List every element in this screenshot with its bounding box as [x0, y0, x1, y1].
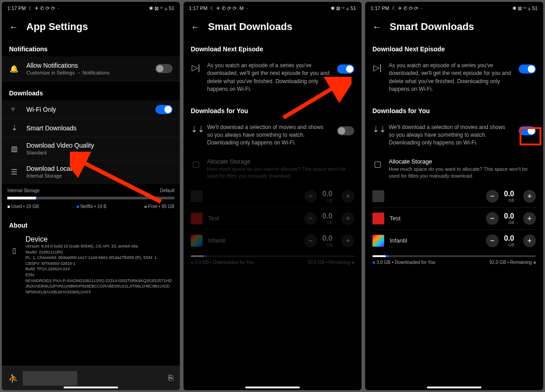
status-right-icons: ✱ ⊠ ⌔ ⏚ 51	[331, 6, 356, 11]
vq-label: Download Video Quality	[26, 142, 173, 149]
row-wifi-only[interactable]: ᯤ Wi-Fi Only	[2, 100, 180, 119]
status-time: 1:17 PM	[371, 5, 389, 11]
storage-bar	[7, 197, 174, 199]
wifi-icon: ᯤ	[9, 105, 19, 114]
avatar-infantil	[372, 235, 384, 247]
toggle-downloads-for-you[interactable]	[519, 126, 536, 135]
signout-icon[interactable]: ⎘	[168, 373, 173, 383]
gb-unit-3: GB	[504, 243, 514, 247]
profile-row-3: Infantil − 0.0GB +	[365, 230, 543, 252]
allocate-icon: ▢	[372, 159, 382, 169]
decrease-button[interactable]: −	[486, 234, 499, 247]
toggle-download-next-episode[interactable]	[519, 65, 536, 74]
storage-legend: Used • 19 GB Netflix • 19 B Free • 95 GB	[2, 202, 180, 213]
toggle-download-next-episode[interactable]	[337, 65, 354, 74]
increase-button[interactable]: +	[342, 234, 354, 247]
next-episode-icon: ▷|	[372, 63, 382, 73]
quality-icon: ▥	[9, 144, 19, 153]
downloads-for-you-icon: ⇣⇣	[191, 124, 201, 134]
alloc-title: Allocate Storage	[207, 158, 354, 165]
gb-unit-1: GB	[322, 198, 332, 203]
prog-left: 3.0 GB • Downloaded for You	[372, 260, 436, 265]
back-icon[interactable]: ←	[191, 22, 200, 32]
profile-row-2: Test − 0.0GB +	[365, 208, 543, 229]
increase-button[interactable]: +	[342, 190, 354, 203]
status-more-icon: ·	[421, 6, 422, 11]
profile-row-1: − 0.0GB +	[183, 185, 362, 207]
allocate-storage-block: ▢ Allocate Storage How much space do you…	[365, 153, 543, 269]
status-bar: 1:17 PM ☾ ✈ ✆ ⟳ ⟳ M · ✱ ⊠ ⌔ ⏚ 51	[183, 2, 362, 15]
decrease-button[interactable]: −	[486, 190, 499, 203]
nav-pill[interactable]	[64, 387, 118, 388]
avatar-blank	[191, 190, 203, 202]
toggle-downloads-for-you[interactable]	[337, 126, 354, 135]
allocate-storage-block-disabled: ▢ Allocate Storage How much space do you…	[183, 153, 362, 269]
storage-progress	[191, 255, 354, 257]
profile-icon[interactable]: ⛹	[8, 373, 18, 383]
row-download-next-episode: ▷| As you watch an episode of a series y…	[183, 56, 362, 99]
back-icon[interactable]: ←	[9, 22, 18, 32]
toggle-wifi-only[interactable]	[155, 105, 173, 114]
section-dfy: Downloads for You	[183, 99, 362, 118]
decrease-button[interactable]: −	[486, 212, 499, 225]
profile-name-3: Infantil	[390, 237, 481, 244]
decrease-button[interactable]: −	[304, 234, 317, 247]
header: ← Smart Downloads	[183, 15, 362, 37]
header: ← App Settings	[2, 15, 180, 37]
section-about: About	[2, 213, 180, 233]
status-left-icons: ☾ ✈ ✆ ⟳ ⟳	[210, 6, 237, 11]
vq-sub: Standard	[26, 150, 173, 155]
legend-used: Used • 19 GB	[7, 204, 39, 209]
row-allow-notifications[interactable]: 🔔 Allow Notifications Customize in Setti…	[2, 56, 180, 81]
section-dne: Download Next Episode	[365, 37, 543, 56]
gb-unit-1: GB	[504, 198, 514, 203]
phone-icon: ▯	[9, 246, 19, 255]
alloc-desc: How much space do you want to allocate? …	[389, 166, 536, 180]
prog-left: 3.0 GB • Downloaded for You	[191, 260, 254, 265]
dfy-desc: We'll download a selection of movies and…	[207, 124, 331, 147]
page-title: Smart Downloads	[390, 21, 474, 33]
gb-unit-2: GB	[504, 220, 514, 225]
status-time: 1:17 PM	[7, 5, 26, 11]
increase-button[interactable]: +	[523, 190, 536, 203]
row-download-next-episode: ▷| As you watch an episode of a series y…	[365, 56, 543, 99]
increase-button[interactable]: +	[342, 212, 354, 225]
allocate-icon: ▢	[191, 159, 201, 169]
toggle-notifications[interactable]	[155, 64, 173, 73]
header: ← Smart Downloads	[365, 15, 543, 37]
phone-smart-downloads-off: 1:17 PM ☾ ✈ ✆ ⟳ ⟳ M · ✱ ⊠ ⌔ ⏚ 51 ← Smart…	[183, 2, 362, 390]
prog-right: 92.0 GB • Remaining	[490, 260, 536, 265]
row-smart-downloads[interactable]: ⇣ Smart Downloads	[2, 119, 180, 137]
dne-desc: As you watch an episode of a series you'…	[207, 62, 331, 94]
profile-slot[interactable]	[23, 371, 77, 386]
storage-header: Internal Storage Default	[2, 184, 180, 194]
decrease-button[interactable]: −	[304, 212, 317, 225]
back-icon[interactable]: ←	[372, 22, 382, 32]
next-episode-icon: ▷|	[191, 63, 201, 73]
section-dfy: Downloads for You	[365, 99, 543, 118]
decrease-button[interactable]: −	[304, 190, 317, 203]
row-allocate-storage: ▢ Allocate Storage How much space do you…	[183, 153, 362, 185]
smart-label: Smart Downloads	[26, 124, 173, 132]
increase-button[interactable]: +	[523, 234, 536, 247]
gb-val-2: 0.0	[322, 212, 332, 220]
avatar-infantil	[191, 235, 203, 247]
notif-sub: Customize in Settings → Notifications	[26, 70, 148, 75]
prog-right: 92.0 GB • Remaining	[308, 260, 354, 265]
profile-row-1: − 0.0GB +	[365, 185, 543, 207]
row-download-location[interactable]: ☰ Download Location Internal Storage	[2, 160, 180, 184]
row-video-quality[interactable]: ▥ Download Video Quality Standard	[2, 137, 180, 160]
alloc-title: Allocate Storage	[389, 158, 536, 165]
notif-label: Allow Notifications	[26, 62, 148, 69]
nav-pill[interactable]	[427, 387, 481, 388]
increase-button[interactable]: +	[523, 212, 536, 225]
storage-icon: ☰	[9, 168, 19, 176]
storage-progress-legend: 3.0 GB • Downloaded for You 92.0 GB • Re…	[183, 259, 362, 269]
nav-pill[interactable]	[245, 387, 300, 388]
storage-name: Internal Storage	[7, 188, 40, 193]
wifi-label: Wi-Fi Only	[26, 106, 148, 113]
row-allocate-storage: ▢ Allocate Storage How much space do you…	[365, 153, 543, 185]
gb-val-3: 0.0	[322, 234, 332, 243]
loc-sub: Internal Storage	[26, 173, 173, 179]
profile-row-2: Test − 0.0GB +	[183, 208, 362, 229]
